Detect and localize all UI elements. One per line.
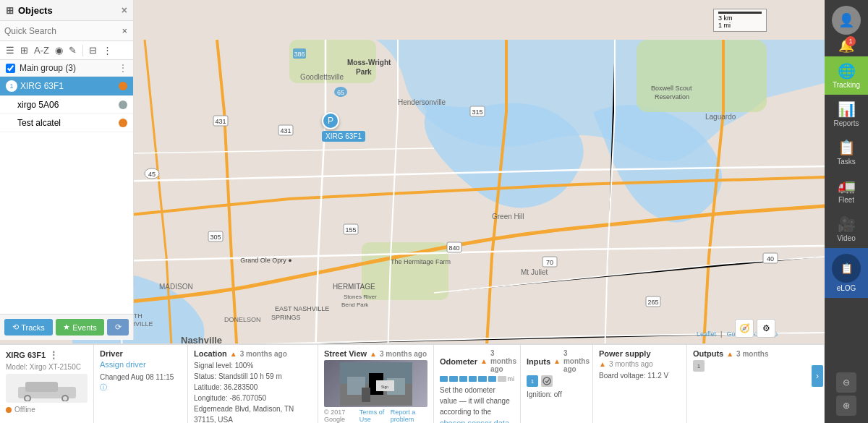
svg-text:Sign: Sign bbox=[380, 385, 388, 389]
power-section: Power supply ▲ 3 months ago Board voltag… bbox=[593, 345, 687, 423]
search-input[interactable] bbox=[4, 26, 120, 36]
svg-text:315: 315 bbox=[472, 108, 482, 116]
expand-info-button[interactable]: › bbox=[812, 365, 823, 387]
svg-text:Green Hill: Green Hill bbox=[492, 213, 524, 221]
device-item[interactable]: Test alcatel bbox=[0, 114, 133, 132]
search-close-button[interactable]: × bbox=[120, 24, 129, 38]
svg-rect-2 bbox=[637, 40, 767, 112]
tracking-icon: 🌐 bbox=[838, 62, 856, 80]
vehicle-thumbnail bbox=[6, 374, 88, 403]
vehicle-menu-button[interactable]: ⋮ bbox=[48, 349, 59, 361]
svg-text:386: 386 bbox=[294, 51, 305, 58]
svg-text:155: 155 bbox=[345, 226, 356, 234]
nav-tasks[interactable]: 📋 Tasks bbox=[825, 133, 868, 171]
nav-reports[interactable]: 📊 Reports bbox=[825, 95, 868, 133]
sv-terms-link[interactable]: Terms of Use bbox=[359, 409, 388, 423]
assign-driver-link[interactable]: Assign driver bbox=[100, 360, 146, 369]
odo-label: Odometer bbox=[440, 357, 477, 366]
info-icon: ⓘ bbox=[100, 383, 107, 391]
leaflet-link[interactable]: Leaflet bbox=[697, 330, 716, 338]
location-section: Location ▲ 3 months ago Signal level: 10… bbox=[188, 345, 318, 423]
power-subtitle: ▲ 3 months ago bbox=[599, 360, 681, 368]
inputs-timestamp: 3 months ago bbox=[563, 349, 590, 373]
outputs-label: Outputs bbox=[693, 349, 723, 358]
svg-text:Park: Park bbox=[356, 68, 372, 76]
events-button[interactable]: ★ Events bbox=[56, 319, 104, 336]
edit-button[interactable]: ✎ bbox=[67, 43, 78, 57]
svg-text:Laguardo: Laguardo bbox=[705, 113, 736, 121]
objects-panel: ⊞ Objects × × ☰ ⊞ A-Z ◉ ✎ ⊟ ⋮ Main group… bbox=[0, 0, 134, 340]
svg-text:Bend Park: Bend Park bbox=[341, 302, 369, 308]
device-status-dot bbox=[119, 101, 127, 109]
svg-text:HERMITAGE: HERMITAGE bbox=[333, 283, 375, 291]
svg-text:Grand Ole Opry ●: Grand Ole Opry ● bbox=[240, 257, 292, 264]
list-view-button[interactable]: ☰ bbox=[4, 43, 16, 57]
radio-button[interactable]: ◉ bbox=[54, 43, 64, 57]
sv-timestamp: 3 months ago bbox=[380, 350, 427, 358]
odo-sensor-link[interactable]: chosen sensor data bbox=[440, 419, 509, 423]
sv-credits: © 2017 Google Terms of Use Report a prob… bbox=[324, 409, 427, 423]
location-warning-icon: ▲ bbox=[230, 350, 237, 358]
main-group[interactable]: Main group (3) ⋮ bbox=[0, 60, 133, 77]
marker-pin: P bbox=[322, 112, 339, 129]
more-button[interactable]: ⋮ bbox=[101, 43, 114, 57]
nav-zoom-plus[interactable]: ⊕ bbox=[836, 396, 856, 416]
bottom-info-panel: XIRG 63F1 ⋮ Model: Xirgo XT-2150C Offlin… bbox=[0, 343, 825, 423]
sv-placeholder: Sign bbox=[324, 360, 427, 407]
svg-point-68 bbox=[543, 377, 550, 385]
input-icons-row: 1 bbox=[527, 375, 587, 387]
vehicle-model: Model: Xirgo XT-2150C bbox=[6, 363, 88, 371]
nav-zoom-minus[interactable]: ⊖ bbox=[836, 372, 856, 393]
sv-report-link[interactable]: Report a problem bbox=[391, 409, 427, 423]
svg-text:Mt Juliet: Mt Juliet bbox=[521, 268, 548, 276]
outputs-warning-icon: ▲ bbox=[726, 350, 733, 358]
inputs-section: Inputs ▲ 3 months ago 1 Ignition: off bbox=[521, 345, 593, 423]
grid-view-button[interactable]: ⊞ bbox=[19, 43, 30, 57]
svg-text:431: 431 bbox=[215, 118, 226, 125]
fleet-label: Fleet bbox=[838, 196, 854, 204]
street-view-image[interactable]: Sign bbox=[324, 360, 427, 407]
settings-map-button[interactable]: ⚙ bbox=[757, 319, 775, 338]
device-list: 1 XIRG 63F1 xirgo 5A06 Test alcatel bbox=[0, 77, 133, 314]
video-icon: 🎥 bbox=[838, 215, 856, 233]
compass-button[interactable]: 🧭 bbox=[735, 319, 754, 338]
svg-text:Stones River: Stones River bbox=[344, 294, 377, 300]
driver-section: Driver Assign driver Changed Aug 08 11:1… bbox=[94, 345, 188, 423]
cols-button[interactable]: ⊟ bbox=[88, 43, 98, 57]
outputs-title: Outputs ▲ 3 months bbox=[693, 349, 818, 358]
sv-google-credit: © 2017 Google bbox=[324, 409, 357, 423]
svg-text:45: 45 bbox=[148, 171, 156, 178]
nav-tracking[interactable]: 🌐 Tracking bbox=[825, 56, 868, 95]
sv-label: Street View bbox=[324, 349, 367, 358]
nav-fleet[interactable]: 🚛 Fleet bbox=[825, 171, 868, 210]
sort-button[interactable]: A-Z bbox=[33, 43, 51, 57]
odo-seg bbox=[488, 376, 496, 382]
power-title: Power supply bbox=[599, 349, 681, 358]
marker-label: XIRG 63F1 bbox=[322, 131, 365, 142]
board-voltage-text: Board voltage: 11.2 V bbox=[599, 370, 681, 381]
device-item[interactable]: 1 XIRG 63F1 bbox=[0, 77, 133, 96]
vehicle-section: XIRG 63F1 ⋮ Model: Xirgo XT-2150C Offlin… bbox=[0, 345, 94, 423]
svg-text:40: 40 bbox=[767, 255, 774, 262]
vehicle-title: XIRG 63F1 ⋮ bbox=[6, 349, 88, 361]
svg-text:431: 431 bbox=[280, 127, 291, 134]
scale-bar: 3 km 1 mi bbox=[713, 9, 767, 32]
outputs-section: Outputs ▲ 3 months 1 bbox=[687, 345, 825, 423]
nav-video[interactable]: 🎥 Video bbox=[825, 210, 868, 248]
close-panel-button[interactable]: × bbox=[122, 4, 127, 16]
address-text: Edgemeade Blvd, Madison, TN 37115, USA bbox=[194, 403, 312, 423]
history-button[interactable]: ⟳ bbox=[107, 319, 129, 336]
odo-timestamp: 3 months ago bbox=[490, 349, 516, 373]
odo-seg bbox=[498, 376, 506, 382]
offline-status: Offline bbox=[6, 406, 88, 414]
vehicle-marker[interactable]: P XIRG 63F1 bbox=[322, 112, 365, 142]
vehicle-name: XIRG 63F1 bbox=[6, 351, 46, 359]
notification-button[interactable]: 🔔 1 bbox=[838, 38, 854, 54]
inputs-label: Inputs bbox=[527, 357, 550, 366]
device-item[interactable]: xirgo 5A06 bbox=[0, 96, 133, 114]
device-badge: 1 bbox=[6, 80, 17, 92]
main-group-checkbox[interactable] bbox=[6, 64, 15, 73]
nav-elog[interactable]: 📋 eLOG bbox=[825, 248, 868, 298]
driver-changed-text: Changed Aug 08 11:15 bbox=[100, 373, 174, 381]
tracks-button[interactable]: ⟲ Tracks bbox=[4, 319, 53, 336]
